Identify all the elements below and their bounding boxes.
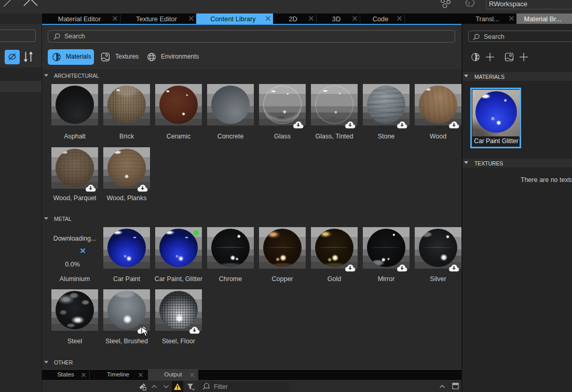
svg-text:?: ? (467, 1, 470, 6)
svg-text:RWorkspace: RWorkspace (489, 0, 527, 8)
